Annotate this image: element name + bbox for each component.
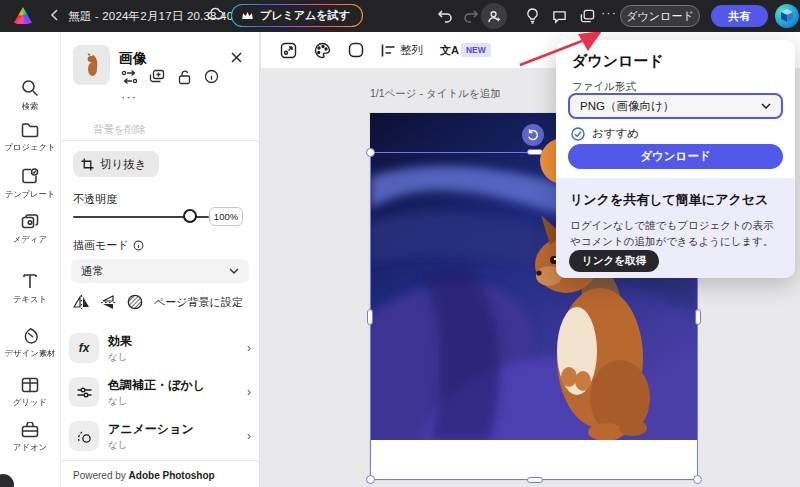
animation-row[interactable]: アニメーション なし › <box>69 416 251 456</box>
blend-mode-select[interactable]: 通常 <box>71 259 249 283</box>
back-chevron-icon[interactable] <box>48 8 62 22</box>
addons-icon <box>21 422 39 438</box>
share-link-title: リンクを共有して簡単にアクセス <box>570 191 781 209</box>
blend-mode-label: 描画モード <box>73 238 144 253</box>
swap-image-icon[interactable] <box>121 69 138 89</box>
file-format-select[interactable]: PNG（画像向け） <box>568 93 783 119</box>
replace-image-icon[interactable] <box>280 42 297 59</box>
lightbulb-icon[interactable] <box>521 6 543 26</box>
selection-handle-bottom-left[interactable] <box>366 475 375 484</box>
animation-icon <box>69 421 99 451</box>
color-palette-icon[interactable] <box>314 42 331 59</box>
text-icon <box>21 272 39 290</box>
rotate-icon[interactable] <box>522 124 544 146</box>
powered-by-label: Powered by Adobe Photoshop <box>73 470 215 481</box>
nav-rail: 検索 プロジェクト テンプレート メディア テキスト デザイン素材 グリッド <box>0 32 60 487</box>
info-icon[interactable] <box>204 69 219 88</box>
page-caption[interactable]: 1/1ページ - タイトルを追加 <box>370 87 501 101</box>
duplicate-icon[interactable] <box>149 69 165 89</box>
undo-icon[interactable] <box>434 6 456 26</box>
opacity-label: 不透明度 <box>73 192 117 207</box>
chevron-down-icon <box>761 103 771 109</box>
share-button[interactable]: 共有 <box>711 5 768 27</box>
flip-vertical-icon[interactable] <box>101 295 116 310</box>
translate-button[interactable]: 文A NEW <box>440 43 491 58</box>
chevron-right-icon: › <box>247 341 251 355</box>
check-circle-icon <box>571 127 585 141</box>
try-premium-label: プレミアムを試す <box>260 8 350 23</box>
sidebar-item-projects[interactable]: プロジェクト <box>0 122 60 154</box>
page-background-icon[interactable] <box>127 294 143 310</box>
popover-title: ダウンロード <box>572 52 664 71</box>
crop-button[interactable]: 切り抜き <box>73 151 159 177</box>
crown-icon <box>241 10 254 21</box>
selection-handle-left[interactable] <box>367 309 373 325</box>
get-link-button[interactable]: リンクを取得 <box>569 250 659 272</box>
flip-horizontal-icon[interactable] <box>73 295 90 309</box>
comment-icon[interactable] <box>548 6 570 26</box>
adjustments-row[interactable]: 色調補正・ぼかし なし › <box>69 372 251 412</box>
sidebar-item-templates[interactable]: テンプレート <box>0 168 60 201</box>
crop-icon <box>81 158 94 171</box>
sidebar-item-search[interactable]: 検索 <box>0 79 60 113</box>
sidebar-item-design-assets[interactable]: デザイン素材 <box>0 327 60 360</box>
translate-icon: 文A <box>440 43 459 58</box>
close-icon[interactable] <box>231 49 242 67</box>
redo-icon[interactable] <box>460 6 482 26</box>
sidebar-item-text[interactable]: テキスト <box>0 272 60 306</box>
page-background-label[interactable]: ページ背景に設定 <box>154 295 243 310</box>
selection-handle-bottom-right[interactable] <box>693 475 702 484</box>
info-icon <box>133 240 144 251</box>
chevron-right-icon: › <box>247 385 251 399</box>
layer-more-icon[interactable]: ··· <box>121 89 137 104</box>
adobe-express-logo-icon[interactable] <box>14 7 32 24</box>
share-link-section: リンクを共有して簡単にアクセス ログインなしで誰でもプロジェクトの表示やコメント… <box>556 178 795 278</box>
flip-row: ページ背景に設定 <box>73 294 243 310</box>
grid-icon <box>21 377 39 393</box>
divider <box>61 140 259 141</box>
media-icon <box>21 213 39 230</box>
unlock-icon[interactable] <box>177 69 192 89</box>
app-root: 無題 - 2024年2月17日 20.38.40 プレミアムを試す ··· <box>0 0 800 487</box>
adjustments-icon <box>69 377 99 407</box>
top-bar: 無題 - 2024年2月17日 20.38.40 プレミアムを試す ··· <box>0 0 800 32</box>
chevron-down-icon <box>229 268 239 274</box>
design-assets-icon <box>21 327 39 344</box>
download-popover: ダウンロード ファイル形式 PNG（画像向け） おすすめ ダウンロード リンクを… <box>556 40 795 278</box>
align-icon <box>381 44 395 57</box>
templates-icon <box>21 168 39 185</box>
layer-thumbnail[interactable] <box>73 45 110 85</box>
sidebar-item-grid[interactable]: グリッド <box>0 377 60 409</box>
projects-icon <box>21 122 39 138</box>
corner-radius-icon[interactable] <box>348 42 364 58</box>
recommended-row: おすすめ <box>571 126 639 141</box>
chevron-right-icon: › <box>247 429 251 443</box>
selection-handle-bottom[interactable] <box>527 477 543 483</box>
add-collaborator-icon[interactable] <box>481 3 507 29</box>
sidebar-item-media[interactable]: メディア <box>0 213 60 246</box>
download-button[interactable]: ダウンロード <box>620 5 700 27</box>
selection-handle-right[interactable] <box>695 309 701 325</box>
pages-icon[interactable] <box>576 6 598 26</box>
opacity-value[interactable]: 100% <box>209 207 243 226</box>
share-link-body: ログインなしで誰でもプロジェクトの表示やコメントの追加ができるようにします。 <box>570 217 781 250</box>
selection-handle-top-left[interactable] <box>366 148 375 157</box>
panel-title: 画像 <box>119 50 147 68</box>
more-options-icon[interactable]: ··· <box>601 5 617 20</box>
cloud-sync-icon <box>207 7 225 21</box>
new-badge: NEW <box>461 43 491 57</box>
effects-row[interactable]: fx 効果 なし › <box>69 328 251 368</box>
align-button[interactable]: 整列 <box>381 43 423 58</box>
divider <box>61 460 259 461</box>
sidebar-item-addons[interactable]: アドオン <box>0 422 60 454</box>
opacity-slider-handle[interactable] <box>183 209 197 223</box>
search-icon <box>21 79 39 97</box>
remove-background-label[interactable]: 背景を削除 <box>93 123 146 137</box>
account-avatar[interactable] <box>775 4 799 28</box>
try-premium-button[interactable]: プレミアムを試す <box>231 4 363 27</box>
fx-icon: fx <box>69 333 99 363</box>
properties-panel: 画像 ··· 背景を削除 切り抜き 不透明度 100% 描画モード <box>60 32 260 487</box>
popover-download-button[interactable]: ダウンロード <box>568 144 783 169</box>
file-format-label: ファイル形式 <box>572 80 636 94</box>
